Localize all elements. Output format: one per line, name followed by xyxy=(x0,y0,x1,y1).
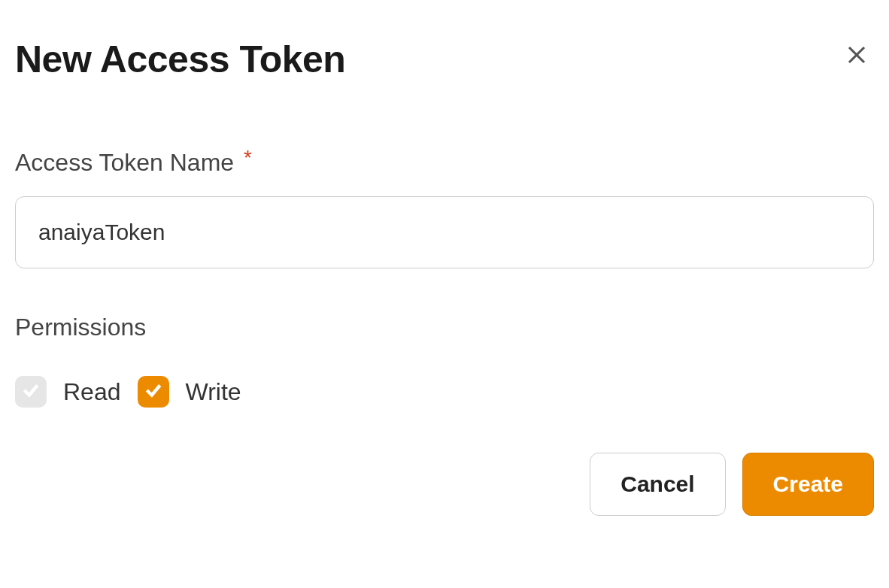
permissions-row: Read Write xyxy=(15,376,874,408)
dialog-actions: Cancel Create xyxy=(15,453,874,516)
check-icon xyxy=(144,380,163,403)
dialog-header: New Access Token xyxy=(15,38,874,81)
token-name-field: Access Token Name * xyxy=(15,149,874,268)
read-checkbox xyxy=(15,376,47,408)
check-icon xyxy=(21,380,41,403)
read-permission-label: Read xyxy=(63,378,121,406)
token-name-label: Access Token Name * xyxy=(15,149,874,177)
dialog-title: New Access Token xyxy=(15,38,345,81)
close-button[interactable] xyxy=(839,38,874,74)
token-name-input[interactable] xyxy=(15,196,874,268)
permissions-section: Permissions Read Write xyxy=(15,314,874,408)
create-button[interactable]: Create xyxy=(742,453,874,516)
required-indicator: * xyxy=(244,146,252,169)
write-permission-label: Write xyxy=(186,378,241,406)
token-name-label-text: Access Token Name xyxy=(15,149,234,176)
cancel-button[interactable]: Cancel xyxy=(590,453,725,516)
write-checkbox[interactable] xyxy=(138,376,169,408)
permissions-label: Permissions xyxy=(15,314,874,341)
close-icon xyxy=(845,44,868,68)
